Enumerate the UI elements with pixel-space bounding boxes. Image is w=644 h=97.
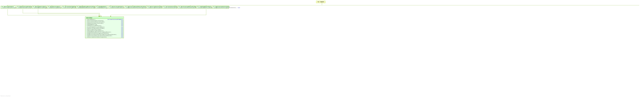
interface-BeanClassLoaderAware[interactable]: «i» BeanClassLoaderAware o setBeanClassL… <box>16 6 31 9</box>
iface-name: «i» ApplicationContextAware <box>213 6 228 7</box>
method-row-setresourceloader: o setResourceLoader(ResourceLoader) void <box>86 28 123 29</box>
interface-MessageSourceAware[interactable]: «i» MessageSourceAware o setMessageSourc… <box>32 6 46 9</box>
interface-LoadTimeWeaverAware[interactable]: «i» LoadTimeWeaverAware o setLoadTimeWea… <box>196 6 212 9</box>
iface-name: «i» BootstrapContextAware <box>147 6 161 7</box>
method-line: o setBeanClassLoader(ClassLoader) : void <box>17 7 30 8</box>
iface-name: «i» ApplicationEventPublisherAware <box>125 6 145 7</box>
method-row-setbootstrapcontext: o setBootstrapContext(BootstrapContext) … <box>86 36 123 38</box>
iface-name: «i» LoadTimeWeaverAware <box>197 6 211 7</box>
interface-BeanNameAware[interactable]: «i» BeanNameAware o setBeanName(String) … <box>95 6 108 9</box>
iface-name: «i» ResourceLoaderAware <box>109 6 123 7</box>
method-row-setnotificationpublisher: o setNotificationPublisher(NotificationP… <box>86 35 123 36</box>
method-line: o setServletConfig(ServletConfig) : void <box>62 7 75 8</box>
iface-name: «i» BeanFactoryAware <box>48 6 60 7</box>
aware-class-node: «i» Aware <box>316 1 326 3</box>
method-line: o setEnvironment(Environment) : void <box>2 7 15 8</box>
iface-name: «i» MessageSourceAware <box>33 6 46 7</box>
method-row-loadtimeweaver: o loadTimeWeaver() InstrumentationLoadTi… <box>86 19 123 20</box>
method-row-setbeanname: o setBeanName(String) void <box>86 24 123 25</box>
iface-name: «i» EmbeddedValueResolverAware <box>77 6 94 7</box>
method-row-setembeddedvalueresolver: o setEmbeddedValueResolver(StringValueRe… <box>86 32 123 33</box>
method-line: o setApplicationContext(ApplicationConte… <box>213 7 228 8</box>
method-line: o setEmbeddedValueResolver(StringValueRe… <box>77 7 94 8</box>
connections-svg <box>0 0 644 97</box>
method-row-setloadtimeweaver: o setLoadTimeWeaver(LoadTimeWeaver) void <box>86 26 123 28</box>
aware-impl-class[interactable]: AwareImpl o loadTimeWeaver() Instrumenta… <box>85 16 124 38</box>
diagram-container: «i» Aware «i» EnvironmentAware o setEnvi… <box>0 0 644 97</box>
interface-EmbeddedValueResolverAware[interactable]: «i» EmbeddedValueResolverAware o setEmbe… <box>76 6 95 9</box>
method-row-setapplicationeventpublisher: o setApplicationEventPublisher(Applicati… <box>86 34 123 35</box>
method-line: o setBootstrapContext(BootstrapContext) … <box>147 7 161 8</box>
iface-name: «i» BeanClassLoaderAware <box>17 6 30 7</box>
interface-ServletContextAware[interactable]: «i» ServletContextAware o setServletCont… <box>162 6 177 9</box>
interface-BeanFactoryAware[interactable]: «i» BeanFactoryAware o setBeanFactory(Be… <box>47 6 61 9</box>
method-row-setbeanclassloader: o setBeanClassLoader(ClassLoader) void <box>86 23 123 24</box>
iface-name: «i» NotificationPublisherAware <box>178 6 195 7</box>
method-line: o setNotificationPublisher(NotificationP… <box>178 7 195 8</box>
class-header: AwareImpl <box>86 17 123 19</box>
interface-BootstrapContextAware[interactable]: «i» BootstrapContextAware o setBootstrap… <box>146 6 162 9</box>
method-row-setmessagesource: o setMessageSource(MessageSource) void <box>86 30 123 32</box>
iface-name: «i» BeanNameAware <box>96 6 107 7</box>
method-line: o setLoadTimeWeaver(LoadTimeWeaver) : vo… <box>197 7 211 8</box>
interface-EnvironmentAware[interactable]: «i» EnvironmentAware o setEnvironment(En… <box>1 6 16 9</box>
interface-ApplicationEventPublisherAware[interactable]: «i» ApplicationEventPublisherAware o set… <box>124 6 146 9</box>
interface-ResourceLoaderAware[interactable]: «i» ResourceLoaderAware o setResourceLoa… <box>108 6 124 9</box>
interface-NotificationPublisherAware[interactable]: «i» NotificationPublisherAware o setNoti… <box>178 6 196 9</box>
method-line: o setApplicationEventPublisher(Applicati… <box>125 7 145 8</box>
iface-name: «i» ServletConfigAware <box>62 6 75 7</box>
iface-name: «i» EnvironmentAware <box>2 6 15 7</box>
method-row-setbeanfactory: o setBeanFactory(BeanFactory) void <box>86 25 123 26</box>
method-line: o setResourceLoader(ResourceLoader) : vo… <box>109 7 123 8</box>
method-line: o setServletContext(ServletContext) : vo… <box>163 7 176 8</box>
method-row-setenvironment: o setEnvironment(Environment) void <box>86 29 123 30</box>
method-line: o setBeanName(String) : void <box>96 7 107 8</box>
iface-name: «i» ServletContextAware <box>163 6 176 7</box>
method-line: o setBeanFactory(BeanFactory) : void <box>48 7 60 8</box>
footer-label: Powered by EasyFlowl <box>0 96 10 96</box>
interface-ApplicationContextAware[interactable]: «i» ApplicationContextAware o setApplica… <box>212 6 229 9</box>
method-line: o setMessageSource(MessageSource) : void <box>33 7 46 8</box>
method-row-setservletcontext: o setServletContext(ServletContext) void <box>86 22 123 23</box>
interface-ServletConfigAware[interactable]: «i» ServletConfigAware o setServletConfi… <box>62 6 76 9</box>
aware-node-label: «i» Aware <box>317 1 324 3</box>
method-row-setservletconfig: o setServletConfig(ServletConfig) void <box>86 20 123 22</box>
method-row-setapplicationcontext: o setApplicationContext(ApplicationConte… <box>86 33 123 34</box>
